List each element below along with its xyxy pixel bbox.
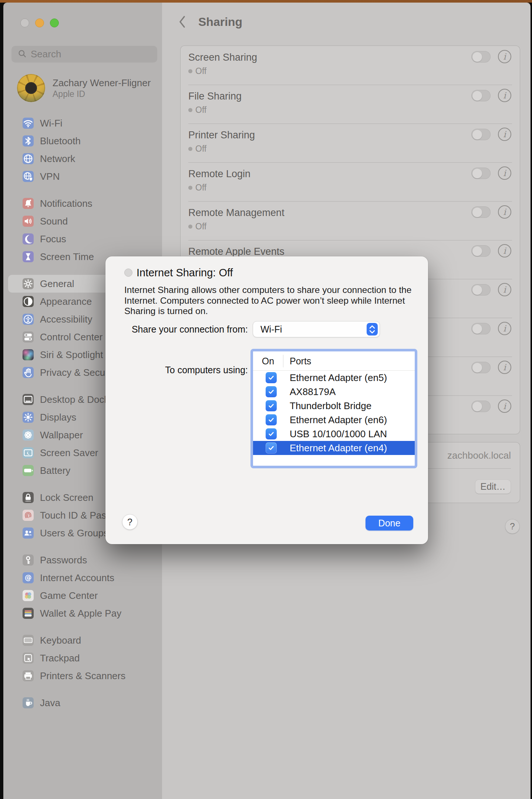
- apple-id-profile[interactable]: Zachary Wener-Fligner Apple ID: [17, 74, 151, 102]
- port-row-ax88179a[interactable]: AX88179A: [253, 385, 415, 399]
- port-checkbox-checked[interactable]: [266, 428, 277, 439]
- sidebar-item-internet-accounts[interactable]: @Internet Accounts: [8, 569, 157, 587]
- info-icon[interactable]: i: [498, 361, 511, 374]
- sidebar-item-wi-fi[interactable]: Wi-Fi: [8, 114, 157, 132]
- sidebar-item-game-center[interactable]: Game Center: [8, 587, 157, 604]
- port-row-usb-10-100-1000-lan[interactable]: USB 10/100/1000 LAN: [253, 427, 415, 441]
- sidebar-item-java[interactable]: Java: [8, 694, 157, 712]
- sidebar-item-focus[interactable]: Focus: [8, 230, 157, 248]
- sidebar-item-label: Internet Accounts: [40, 572, 114, 584]
- ports-table: On Ports Ethernet Adapter (en5)AX88179AT…: [253, 351, 415, 466]
- sidebar-item-label: Sound: [40, 216, 68, 227]
- service-toggle[interactable]: [471, 401, 491, 412]
- window-minimize-button[interactable]: [35, 18, 44, 27]
- service-toggle[interactable]: [471, 206, 491, 218]
- info-icon[interactable]: i: [498, 400, 511, 413]
- info-icon[interactable]: i: [498, 244, 511, 257]
- local-hostname-value: zachbook.local: [447, 450, 511, 461]
- sidebar-item-label: Lock Screen: [40, 492, 94, 503]
- port-checkbox-checked[interactable]: [266, 372, 277, 383]
- info-icon[interactable]: i: [498, 322, 511, 335]
- service-toggle[interactable]: [471, 51, 491, 63]
- sidebar-group: Passwords@Internet AccountsGame CenterWa…: [3, 551, 162, 622]
- port-name: Ethernet Adapter (en4): [290, 441, 387, 455]
- fingerprint-icon: [23, 510, 34, 521]
- service-status: Off: [188, 222, 206, 232]
- status-dot: [188, 225, 192, 229]
- port-name: USB 10/100/1000 LAN: [290, 427, 387, 441]
- sidebar-item-sound[interactable]: Sound: [8, 212, 157, 230]
- port-name: Ethernet Adapter (en6): [290, 413, 387, 427]
- sidebar-item-label: Notifications: [40, 198, 92, 209]
- search-input[interactable]: Search: [11, 46, 157, 63]
- service-toggle[interactable]: [471, 90, 491, 101]
- wallet-icon: [23, 608, 34, 619]
- sidebar-item-vpn[interactable]: VPN: [8, 168, 157, 185]
- port-checkbox-checked[interactable]: [266, 414, 277, 425]
- port-row-ethernet-adapter-en6-[interactable]: Ethernet Adapter (en6): [253, 413, 415, 427]
- service-toggle[interactable]: [471, 245, 491, 257]
- toggle-knob: [472, 285, 482, 295]
- toggle-knob: [472, 402, 482, 411]
- info-icon[interactable]: i: [498, 283, 511, 296]
- help-button[interactable]: ?: [505, 519, 520, 534]
- column-divider: [283, 355, 283, 367]
- sidebar-item-wallet-apple-pay[interactable]: Wallet & Apple Pay: [8, 604, 157, 622]
- sidebar-item-label: Screen Time: [40, 251, 94, 263]
- status-dot: [188, 147, 192, 151]
- port-row-ethernet-adapter-en4-[interactable]: Ethernet Adapter (en4): [253, 441, 415, 455]
- users-icon: [23, 527, 34, 539]
- sidebar-item-label: Wi-Fi: [40, 118, 63, 129]
- sidebar-item-label: Wallet & Apple Pay: [40, 608, 121, 619]
- sidebar-item-printers-scanners[interactable]: Printers & Scanners: [8, 667, 157, 685]
- port-checkbox-checked[interactable]: [266, 400, 277, 411]
- toggle-knob: [472, 363, 482, 372]
- sidebar-item-bluetooth[interactable]: Bluetooth: [8, 132, 157, 150]
- info-icon[interactable]: i: [498, 128, 511, 141]
- service-toggle[interactable]: [471, 168, 491, 179]
- info-icon[interactable]: i: [498, 166, 511, 180]
- dialog-help-button[interactable]: ?: [122, 514, 138, 530]
- at-icon: @: [23, 572, 34, 583]
- sidebar-item-keyboard[interactable]: Keyboard: [8, 631, 157, 649]
- service-toggle[interactable]: [471, 129, 491, 140]
- trackpad-icon: [23, 653, 34, 664]
- done-button[interactable]: Done: [366, 516, 413, 530]
- sidebar-item-passwords[interactable]: Passwords: [8, 551, 157, 569]
- port-checkbox-checked[interactable]: [266, 442, 277, 454]
- port-row-thunderbolt-bridge[interactable]: Thunderbolt Bridge: [253, 399, 415, 413]
- keyboard-icon: [23, 635, 34, 646]
- info-icon[interactable]: i: [498, 205, 511, 219]
- back-button[interactable]: [177, 14, 188, 30]
- sidebar-item-trackpad[interactable]: Trackpad: [8, 649, 157, 667]
- moon-icon: [23, 233, 34, 245]
- profile-name: Zachary Wener-Fligner: [53, 77, 151, 89]
- port-checkbox-checked[interactable]: [266, 386, 277, 397]
- dropdown-stepper-icon: [367, 323, 378, 336]
- edit-hostname-button[interactable]: Edit…: [475, 479, 511, 494]
- info-icon[interactable]: i: [498, 89, 511, 102]
- share-from-value: Wi-Fi: [260, 321, 282, 337]
- internet-sharing-dialog: Internet Sharing: Off Internet Sharing a…: [105, 256, 428, 544]
- sidebar-item-label: Printers & Scanners: [40, 670, 125, 682]
- screenshot-root: Search Zachary Wener-Fligner Apple ID Wi…: [0, 0, 532, 799]
- sidebar-item-label: Java: [40, 697, 60, 709]
- service-toggle[interactable]: [471, 323, 491, 334]
- sidebar-group: Wi-FiBluetoothNetworkVPN: [3, 114, 162, 185]
- column-header-on: On: [253, 351, 283, 371]
- sidebar-item-label: Game Center: [40, 590, 98, 601]
- window-close-button[interactable]: [20, 18, 29, 27]
- sidebar-item-notifications[interactable]: Notifications: [8, 195, 157, 212]
- info-icon[interactable]: i: [498, 50, 511, 63]
- service-toggle[interactable]: [471, 362, 491, 373]
- status-dot: [188, 186, 192, 190]
- share-from-dropdown[interactable]: Wi-Fi: [253, 321, 380, 337]
- sun-icon: [23, 412, 34, 423]
- service-name: Remote Management: [188, 207, 284, 219]
- port-row-ethernet-adapter-en5-[interactable]: Ethernet Adapter (en5): [253, 371, 415, 385]
- sidebar-item-label: Screen Saver: [40, 447, 98, 459]
- service-toggle[interactable]: [471, 284, 491, 296]
- sidebar-item-network[interactable]: Network: [8, 150, 157, 168]
- window-zoom-button[interactable]: [50, 18, 59, 27]
- service-row-remote-management: Remote ManagementOffi: [181, 201, 520, 240]
